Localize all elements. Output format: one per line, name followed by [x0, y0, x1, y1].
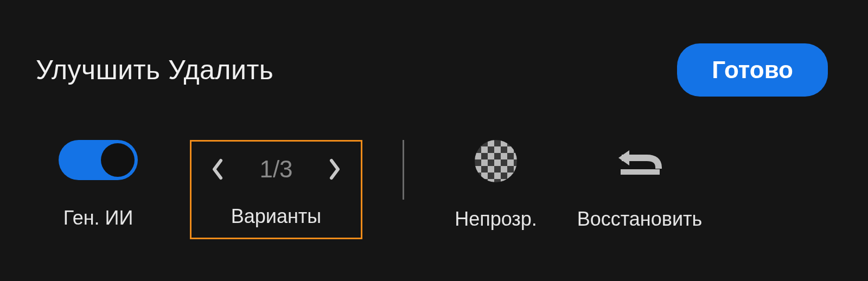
controls-row: Ген. ИИ 1/3 Варианты Непрозр. [0, 97, 868, 239]
reset-group: Восстановить [569, 140, 710, 231]
opacity-icon[interactable] [475, 140, 517, 182]
gen-ai-label: Ген. ИИ [63, 206, 133, 229]
variants-prev-button[interactable] [206, 157, 229, 181]
chevron-left-icon [211, 158, 224, 180]
opacity-group: Непрозр. [439, 140, 553, 231]
variants-nav: 1/3 [206, 156, 347, 183]
page-title: Улучшить Удалить [36, 54, 273, 86]
variants-group: 1/3 Варианты [190, 140, 362, 239]
variants-label: Варианты [231, 205, 321, 228]
gen-ai-toggle[interactable] [59, 140, 138, 180]
header: Улучшить Удалить Готово [0, 0, 868, 97]
toggle-knob [101, 143, 135, 177]
opacity-label: Непрозр. [455, 207, 537, 231]
divider [403, 140, 404, 200]
variants-counter: 1/3 [259, 156, 292, 183]
reset-label: Восстановить [577, 207, 703, 231]
variants-next-button[interactable] [323, 157, 347, 181]
done-button[interactable]: Готово [677, 43, 828, 97]
chevron-right-icon [328, 158, 341, 180]
reset-button[interactable] [614, 140, 665, 182]
undo-icon [614, 145, 665, 177]
gen-ai-group: Ген. ИИ [36, 140, 161, 229]
